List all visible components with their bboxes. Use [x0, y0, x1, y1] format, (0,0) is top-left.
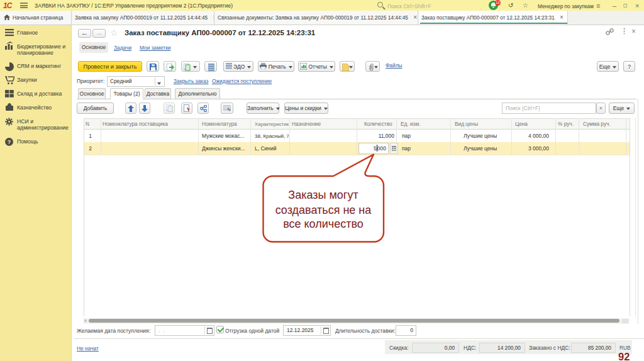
svg-text:Заказы могут: Заказы могут — [288, 189, 358, 201]
svg-text:создаваться не на: создаваться не на — [275, 204, 372, 216]
svg-text:все количество: все количество — [283, 218, 364, 230]
svg-text:?: ? — [8, 139, 11, 145]
